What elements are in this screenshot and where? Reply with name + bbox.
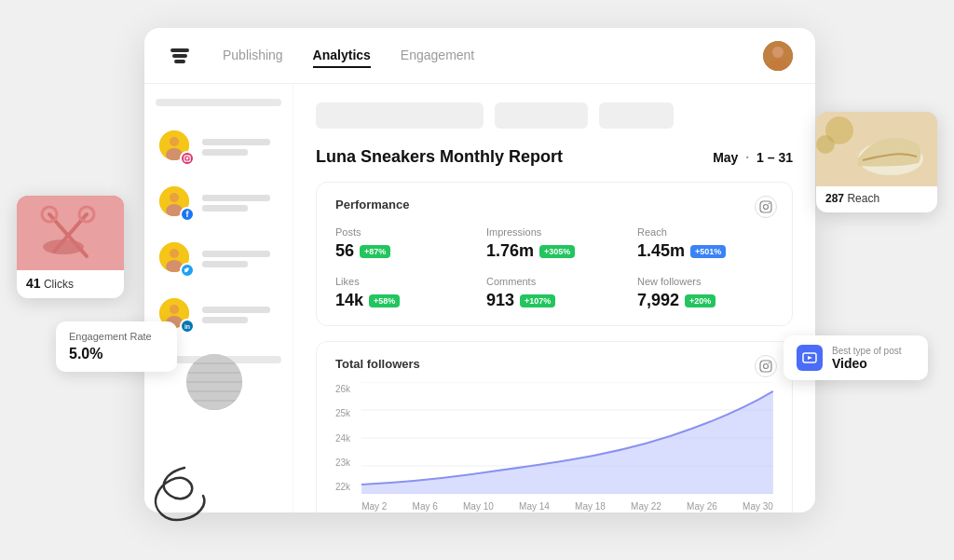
filter-row [316, 102, 793, 129]
svg-point-16 [170, 249, 179, 258]
svg-point-10 [186, 157, 189, 160]
float-engagement-card: Engagement Rate 5.0% [56, 321, 177, 372]
y-label-26k: 26k [335, 384, 350, 394]
metric-likes: Likes 14k +58% [335, 276, 471, 310]
metric-impressions-value-row: 1.76m +305% [486, 241, 622, 261]
decorative-squiggle [147, 463, 222, 532]
metric-impressions-badge: +305% [539, 245, 575, 258]
svg-point-11 [188, 156, 189, 157]
x-label-may30: May 30 [743, 501, 773, 512]
svg-point-26 [769, 362, 770, 364]
filter-pill-date[interactable] [316, 102, 484, 129]
text-line-1 [202, 139, 270, 145]
x-axis: May 2 May 6 May 10 May 14 May 18 May 22 … [361, 501, 773, 512]
reach-count: 287 [825, 192, 844, 205]
sidebar-text-linkedin [202, 307, 278, 323]
sidebar-search-bar [156, 99, 281, 106]
followers-card: Total followers 26k 25k 24k 23k [316, 341, 793, 512]
report-range: 1 – 31 [756, 150, 793, 165]
clicks-count: 41 [26, 276, 41, 291]
metric-comments-value-row: 913 +107% [486, 291, 622, 310]
sidebar-item-instagram[interactable] [156, 125, 281, 170]
y-label-23k: 23k [335, 458, 350, 468]
best-post-label: Best type of post [832, 346, 902, 356]
metric-likes-label: Likes [335, 276, 471, 287]
text-line-2 [202, 149, 248, 156]
metric-posts: Posts 56 +87% [335, 226, 471, 261]
svg-point-23 [769, 203, 770, 205]
avatar-stack-twitter [159, 242, 193, 276]
filter-pill-type[interactable] [599, 102, 674, 129]
best-post-value: Video [832, 356, 902, 371]
user-avatar[interactable] [763, 41, 793, 71]
svg-rect-21 [760, 201, 771, 212]
followers-chart-svg [361, 382, 773, 494]
y-label-25k: 25k [335, 408, 350, 418]
chart-container: 26k 25k 24k 23k 22k [335, 382, 773, 512]
metric-reach-value-row: 1.45m +501% [637, 241, 773, 261]
text-line-1 [202, 307, 270, 313]
svg-point-4 [772, 47, 784, 58]
best-post-icon [797, 345, 823, 371]
y-label-24k: 24k [335, 433, 350, 444]
metric-followers-value-row: 7,992 +20% [637, 291, 773, 310]
y-axis: 26k 25k 24k 23k 22k [335, 382, 350, 494]
main-dashboard-card: Publishing Analytics Engagement [144, 28, 815, 512]
tab-engagement[interactable]: Engagement [401, 44, 474, 68]
report-header: Luna Sneakers Monthly Report May · 1 – 3… [316, 147, 793, 167]
sidebar-text-instagram [202, 139, 278, 156]
metric-impressions-label: Impressions [486, 226, 622, 238]
x-label-may26: May 26 [687, 501, 717, 512]
text-line-2 [202, 317, 248, 323]
float-clicks-card: 41 Clicks [17, 196, 124, 298]
metric-comments-label: Comments [486, 276, 622, 287]
metric-followers-label: New followers [637, 276, 773, 287]
svg-point-25 [764, 364, 769, 369]
performance-card: Performance Posts 56 +87% [316, 182, 793, 326]
x-label-may18: May 18 [575, 501, 606, 512]
metric-likes-badge: +58% [369, 294, 400, 307]
sidebar-item-facebook[interactable]: f [156, 181, 281, 225]
metric-reach-badge: +501% [690, 245, 726, 258]
performance-title: Performance [335, 198, 773, 212]
nav-tabs: Publishing Analytics Engagement [223, 44, 733, 68]
metric-likes-value-row: 14k +58% [335, 291, 471, 310]
x-label-may10: May 10 [463, 501, 494, 512]
chart-wrapper: May 2 May 6 May 10 May 14 May 18 May 22 … [361, 382, 773, 512]
tab-publishing[interactable]: Publishing [223, 44, 283, 68]
x-label-may14: May 14 [519, 501, 550, 512]
text-line-2 [202, 205, 248, 212]
svg-rect-24 [760, 361, 771, 372]
metric-reach-value: 1.45m [637, 241, 685, 261]
x-label-may22: May 22 [631, 501, 661, 512]
svg-rect-0 [170, 48, 189, 52]
report-dot: · [745, 150, 753, 165]
avatar-stack-instagram [159, 130, 193, 164]
metric-comments-badge: +107% [520, 294, 555, 307]
linkedin-badge: in [180, 319, 195, 334]
metric-likes-value: 14k [335, 291, 363, 310]
tab-analytics[interactable]: Analytics [313, 44, 371, 68]
instagram-badge [180, 151, 195, 166]
float-reach-card: 287 Reach [816, 112, 937, 212]
filter-pill-network[interactable] [495, 102, 588, 129]
sidebar-item-twitter[interactable] [156, 237, 281, 281]
sidebar: f [144, 84, 293, 512]
followers-instagram-icon [755, 355, 777, 377]
metric-reach-label: Reach [637, 226, 773, 238]
sidebar-text-twitter [202, 251, 278, 267]
metric-impressions: Impressions 1.76m +305% [486, 226, 622, 261]
report-title: Luna Sneakers Monthly Report [316, 147, 563, 167]
metric-posts-label: Posts [335, 226, 471, 238]
reach-text: Reach [847, 192, 879, 205]
instagram-platform-icon [755, 196, 777, 218]
svg-point-19 [170, 305, 179, 314]
reach-card-image [816, 112, 937, 186]
metric-comments-value: 913 [486, 291, 514, 310]
sidebar-text-facebook [202, 195, 278, 212]
metric-posts-value-row: 56 +87% [335, 241, 471, 261]
metric-impressions-value: 1.76m [486, 241, 534, 261]
reach-card-label: 287 Reach [816, 186, 937, 212]
decorative-circle [186, 354, 242, 410]
app-logo [167, 43, 193, 69]
